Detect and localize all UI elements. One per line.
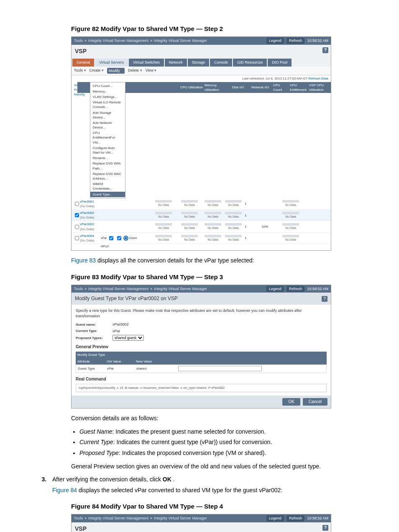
col-net-io: Network I/O bbox=[251, 85, 272, 90]
legend-button[interactable]: Legend bbox=[266, 38, 284, 44]
proposed-types-select[interactable]: shared guest bbox=[113, 335, 144, 341]
menu-tools[interactable]: Tools bbox=[74, 68, 86, 74]
real-command-box: /opt/hpvm/bin/hpvmmodify -x 10 -B manual… bbox=[76, 384, 327, 393]
label-current-type: Current Type: bbox=[76, 329, 109, 333]
breadcrumb: Tools » Integrity Virtual Server Managem… bbox=[74, 286, 207, 292]
refresh-button[interactable]: Refresh bbox=[286, 286, 305, 292]
new-value: shared bbox=[136, 366, 178, 371]
bullet-proposed-type: Proposed Type: Indicates the proposed co… bbox=[79, 449, 374, 457]
breadcrumb: Tools » Integrity Virtual Server Managem… bbox=[74, 516, 207, 521]
col-disk-io: Disk I/O bbox=[232, 85, 251, 90]
menu-modify[interactable]: Modify bbox=[107, 68, 125, 74]
figure-83-link[interactable]: Figure 83 bbox=[71, 257, 96, 264]
legend-button[interactable]: Legend bbox=[266, 515, 284, 522]
page-title: VSP bbox=[75, 48, 87, 54]
menu-add-network[interactable]: Add Network Device... bbox=[90, 120, 125, 130]
section-real-command: Real Command bbox=[76, 376, 327, 382]
menu-vlan[interactable]: VLAN Settings... bbox=[90, 94, 125, 100]
vpar-link[interactable]: vPar0001 bbox=[80, 200, 94, 203]
row-checkbox[interactable] bbox=[75, 213, 79, 217]
figure-84-link[interactable]: Figure 84 bbox=[52, 487, 77, 493]
vpar-link[interactable]: vPar0003 bbox=[80, 222, 94, 226]
menu-rename[interactable]: Rename... bbox=[90, 155, 125, 161]
value-guest-name: vPar0002 bbox=[113, 322, 129, 327]
figure-82-screenshot: Tools » Integrity Virtual Server Managem… bbox=[71, 36, 331, 251]
conversion-intro: Conversion details are as follows: bbox=[71, 414, 374, 423]
refresh-button[interactable]: Refresh bbox=[286, 515, 305, 522]
label-proposed-types: Proposed Types: bbox=[76, 336, 109, 340]
col-new-value: New Value bbox=[136, 359, 178, 364]
menu-autostart[interactable]: Configure Auto Start for VM... bbox=[90, 145, 125, 155]
cancel-button[interactable]: Cancel bbox=[303, 398, 327, 406]
clock: 10:58:52 AM bbox=[307, 516, 328, 521]
legend-button[interactable]: Legend bbox=[266, 286, 284, 292]
tab-console[interactable]: Console bbox=[210, 59, 232, 67]
tab-virtual-switches[interactable]: Virtual Switches bbox=[129, 59, 164, 67]
tab-virtual-servers[interactable]: Virtual Servers bbox=[95, 59, 128, 67]
step-3: After verifying the conversion details, … bbox=[48, 475, 374, 494]
help-icon[interactable]: ? bbox=[322, 47, 328, 53]
row-checkbox[interactable] bbox=[75, 236, 79, 240]
figure-84-caption: Figure 84 Modify Vpar to Shared VM Type … bbox=[71, 502, 374, 511]
tab-bar: General Virtual Servers Virtual Switches… bbox=[72, 58, 331, 67]
value-current-type: vPar bbox=[113, 329, 120, 334]
menu-cpu-entitle[interactable]: CPU EntiltlementFor VM... bbox=[90, 130, 125, 145]
col-mem-util: Memory Utilization bbox=[205, 83, 231, 92]
menu-create[interactable]: Create bbox=[90, 68, 104, 74]
section-general-preview: General Preview bbox=[76, 344, 327, 350]
menu-wbem[interactable]: WBEM Credentials... bbox=[90, 181, 125, 191]
bullet-guest-name: Guest Name: Indicates the present guest … bbox=[79, 428, 374, 436]
inner-title: Modify Guest Type bbox=[76, 352, 327, 358]
bullet-current-type: Current Type: Indicates the current gues… bbox=[79, 438, 374, 447]
col-attribute: Attribute bbox=[77, 359, 107, 364]
refresh-button[interactable]: Refresh bbox=[286, 38, 305, 44]
menu-delete[interactable]: Delete bbox=[128, 68, 142, 74]
row-checkbox[interactable] bbox=[75, 225, 79, 229]
menu-view[interactable]: View bbox=[146, 68, 157, 74]
col-old-value: Old Value bbox=[107, 359, 136, 364]
col-cpu-util: CPU Utilization bbox=[180, 85, 204, 90]
figure-83-intro: Figure 83 displays all the conversion de… bbox=[71, 257, 374, 265]
help-icon[interactable]: ? bbox=[322, 296, 327, 302]
ok-button[interactable]: OK bbox=[282, 398, 300, 406]
vpar-link[interactable]: vPar0004 bbox=[80, 234, 94, 238]
vpar-link[interactable]: vPar0002 bbox=[80, 211, 94, 215]
figure-83-screenshot: Tools » Integrity Virtual Server Managem… bbox=[71, 285, 331, 409]
label-guest-name: Guest name: bbox=[76, 322, 109, 327]
help-icon[interactable]: ? bbox=[322, 525, 328, 531]
col-cpu-count: CPU Count bbox=[273, 83, 289, 92]
row-checkbox[interactable] bbox=[75, 202, 79, 206]
general-preview-text: General Preview section gives an overvie… bbox=[71, 463, 374, 471]
tab-dio-pool[interactable]: DIO Pool bbox=[268, 59, 292, 67]
menu-dvd-path[interactable]: Replace DVD WIth Path... bbox=[90, 161, 125, 171]
last-refresh: Last refreshed: Jul 8, 2013 11:27:03 AM … bbox=[242, 77, 307, 80]
hp-icon bbox=[123, 236, 128, 241]
tab-gid-resources[interactable]: GiD Resources bbox=[233, 59, 267, 67]
modify-dropdown-menu: CPU Count... Memory... VLAN Settings... … bbox=[90, 82, 125, 198]
figure-84-screenshot: Tools » Integrity Virtual Server Managem… bbox=[71, 514, 331, 532]
clock: 10:58:52 AM bbox=[307, 286, 328, 292]
dialog-note: Specify a new type for this Guest. Pleas… bbox=[76, 308, 327, 319]
page-title: VSP bbox=[75, 525, 87, 532]
hpux-label: HPUX bbox=[72, 244, 331, 250]
attr-guest-type: Guest Type bbox=[78, 366, 107, 371]
figure-82-caption: Figure 82 Modify Vpar to Shared VM Type … bbox=[71, 24, 374, 33]
menu-vilo[interactable]: Virtual iLO Remote Console... bbox=[90, 100, 125, 110]
menu-memory[interactable]: Memory... bbox=[90, 89, 125, 94]
tab-general[interactable]: General bbox=[72, 59, 94, 67]
clock: 10:58:52 AM bbox=[307, 38, 328, 44]
dialog-title: Modify Guest Type for VPar vPar0002 on V… bbox=[75, 295, 178, 302]
tab-network[interactable]: Network bbox=[165, 59, 187, 67]
refresh-data-link[interactable]: Refresh Data bbox=[309, 77, 328, 80]
menu-dvd-mac[interactable]: Replace DVD MAC Address... bbox=[90, 171, 125, 181]
menu-guest-type[interactable]: Guest Type... bbox=[90, 192, 125, 197]
tab-storage[interactable]: Storage bbox=[188, 59, 210, 67]
menu-cpu-count[interactable]: CPU Count... bbox=[90, 83, 125, 89]
empty-input[interactable] bbox=[178, 366, 262, 371]
menu-add-storage[interactable]: Add Storage Device... bbox=[90, 110, 125, 120]
col-cpu-ent: CPU Entitlement bbox=[290, 83, 308, 92]
breadcrumb: Tools » Integrity Virtual Server Managem… bbox=[74, 38, 207, 44]
figure-83-caption: Figure 83 Modify Vpar to Shared VM Type … bbox=[71, 272, 374, 281]
old-value: vPar bbox=[107, 366, 136, 371]
col-vsp-cpu: VSP CPU Utilization bbox=[309, 83, 329, 92]
